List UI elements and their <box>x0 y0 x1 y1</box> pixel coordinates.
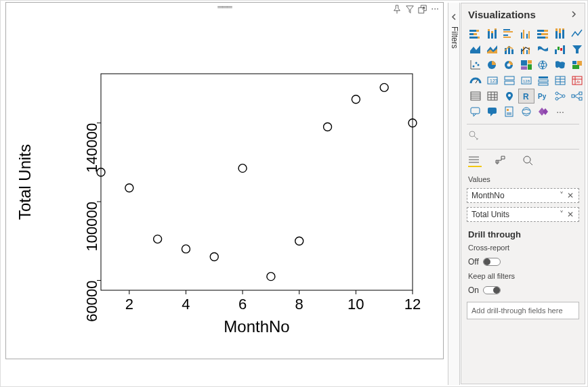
line-chart-icon[interactable] <box>570 27 585 41</box>
slicer-icon[interactable] <box>536 74 551 87</box>
values-section-label: Values <box>461 173 585 186</box>
svg-rect-75 <box>560 48 562 51</box>
power-apps-icon[interactable] <box>536 105 551 118</box>
svg-point-126 <box>562 95 565 97</box>
azure-map-icon[interactable] <box>502 89 517 103</box>
svg-rect-65 <box>562 28 564 30</box>
filled-map-icon[interactable] <box>553 58 568 72</box>
area-chart-icon[interactable] <box>468 43 483 56</box>
svg-rect-102 <box>539 80 548 82</box>
report-canvas: ═══ ··· 2468101260000100000140000MonthNo… <box>5 2 444 359</box>
svg-rect-37 <box>474 33 477 35</box>
svg-line-146 <box>530 162 532 165</box>
stacked-bar-icon[interactable] <box>468 27 483 41</box>
format-tab-icon[interactable] <box>495 155 509 167</box>
svg-rect-74 <box>558 47 560 50</box>
svg-rect-57 <box>541 33 548 35</box>
donut-chart-icon[interactable] <box>502 58 517 72</box>
svg-rect-93 <box>572 65 579 69</box>
fields-tab-icon[interactable] <box>468 155 482 167</box>
svg-rect-47 <box>503 31 513 32</box>
svg-rect-46 <box>503 29 510 30</box>
line-clustered-column-icon[interactable] <box>519 43 534 56</box>
treemap-icon[interactable] <box>519 58 534 72</box>
shape-map-icon[interactable] <box>570 58 585 72</box>
svg-rect-1 <box>101 74 413 290</box>
r-visual-icon[interactable]: R <box>519 89 534 103</box>
drill-through-dropzone[interactable]: Add drill-through fields here <box>467 302 579 319</box>
pin-icon[interactable] <box>392 5 402 17</box>
chevron-left-icon[interactable] <box>450 13 458 23</box>
paginated-report-icon[interactable] <box>502 105 517 118</box>
clustered-bar-icon[interactable] <box>502 27 517 41</box>
python-visual-icon[interactable]: Py <box>536 89 551 103</box>
svg-rect-87 <box>528 64 532 70</box>
stacked-area-icon[interactable] <box>485 43 500 56</box>
decomposition-tree-icon[interactable] <box>570 89 585 103</box>
svg-rect-51 <box>523 30 524 39</box>
clustered-column-icon[interactable] <box>519 27 534 41</box>
keep-filters-label: Keep all filters <box>461 269 585 283</box>
field-well-actions[interactable]: ˅ ✕ <box>560 210 574 219</box>
analytics-tab-icon[interactable] <box>522 155 536 167</box>
svg-rect-48 <box>503 35 508 36</box>
table-viz-icon[interactable] <box>468 89 483 103</box>
svg-text:MonthNo: MonthNo <box>224 317 289 336</box>
cross-report-state-text: Off <box>468 257 479 267</box>
svg-text:Total Units: Total Units <box>16 144 34 220</box>
svg-point-141 <box>469 131 475 137</box>
filters-pane-collapsed[interactable]: Filters <box>448 3 460 385</box>
keep-filters-toggle[interactable] <box>483 286 501 294</box>
hundred-stacked-bar-icon[interactable] <box>536 27 551 41</box>
svg-text:10: 10 <box>348 296 364 313</box>
svg-point-140 <box>522 108 530 116</box>
svg-point-125 <box>555 97 558 100</box>
map-icon[interactable] <box>536 58 551 72</box>
more-options-icon[interactable]: ··· <box>431 5 439 17</box>
key-influencers-icon[interactable] <box>553 89 568 103</box>
line-stacked-column-icon[interactable] <box>502 43 517 56</box>
visual-type-gallery: 123 128 Aי R Py ··· <box>461 24 585 121</box>
card-icon[interactable]: 123 <box>485 74 500 87</box>
gauge-icon[interactable] <box>468 74 483 87</box>
field-well-label: MonthNo <box>471 191 505 200</box>
svg-rect-61 <box>555 28 558 31</box>
waterfall-icon[interactable] <box>553 43 568 56</box>
drill-through-header: Drill through <box>461 224 585 241</box>
multi-row-card-icon[interactable] <box>502 74 517 87</box>
hundred-stacked-column-icon[interactable] <box>553 27 568 41</box>
scatter-chart-icon[interactable] <box>468 58 483 72</box>
qna-visual-icon[interactable] <box>468 105 483 118</box>
svg-rect-64 <box>562 28 564 39</box>
svg-rect-116 <box>488 92 497 100</box>
svg-rect-71 <box>526 50 528 54</box>
table-icon[interactable] <box>553 74 568 87</box>
matrix-icon[interactable]: Aי <box>570 74 585 87</box>
svg-point-32 <box>380 83 388 91</box>
matrix-viz-icon[interactable] <box>485 89 500 103</box>
stacked-column-icon[interactable] <box>485 27 500 41</box>
field-well-totalunits[interactable]: Total Units ˅ ✕ <box>467 207 579 222</box>
arcgis-icon[interactable] <box>519 105 534 118</box>
cross-report-label: Cross-report <box>461 241 585 254</box>
kpi-icon[interactable]: 128 <box>519 74 534 87</box>
field-well-monthno[interactable]: MonthNo ˅ ✕ <box>467 188 579 203</box>
ribbon-chart-icon[interactable] <box>536 43 551 56</box>
svg-point-27 <box>238 164 247 173</box>
svg-rect-73 <box>555 49 557 54</box>
focus-mode-icon[interactable] <box>418 5 427 17</box>
smart-narrative-icon[interactable] <box>485 105 500 118</box>
chevron-right-icon[interactable] <box>570 9 578 20</box>
svg-rect-103 <box>539 83 548 85</box>
filter-icon[interactable] <box>405 5 415 17</box>
get-more-visuals-icon[interactable]: ··· <box>553 105 568 118</box>
visual-drag-handle[interactable]: ═══ <box>217 3 231 11</box>
funnel-icon[interactable] <box>570 43 585 56</box>
cross-report-toggle[interactable] <box>483 258 501 266</box>
svg-rect-135 <box>488 108 497 114</box>
pie-chart-icon[interactable] <box>485 58 500 72</box>
field-well-actions[interactable]: ˅ ✕ <box>560 191 574 200</box>
r-scatter-plot: 2468101260000100000140000MonthNoTotal Un… <box>13 20 436 352</box>
svg-rect-88 <box>521 66 527 70</box>
svg-point-31 <box>352 95 360 104</box>
